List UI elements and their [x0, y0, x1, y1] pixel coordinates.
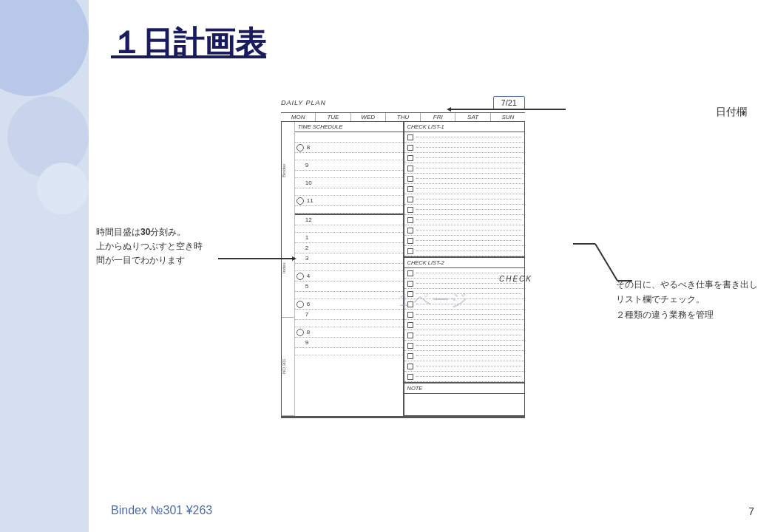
circle-medium: [7, 96, 89, 177]
check-box: [407, 217, 413, 223]
svg-line-5: [595, 244, 617, 281]
time-row: 11: [295, 196, 403, 206]
annotation-right-1: その日に、やるべき仕事を書き出し: [616, 279, 758, 290]
note-area: [404, 394, 525, 416]
check-row: [404, 372, 525, 382]
main-content: １日計画表 DAILY PLAN 7/21 MON TUE WED THU FR…: [89, 0, 769, 532]
check-row: [404, 341, 525, 351]
day-thu: THU: [386, 113, 421, 121]
bottom-info: Bindex №301 ¥263: [111, 504, 212, 517]
time-sub-row: [295, 320, 403, 327]
time-sub-row: [295, 188, 403, 196]
check-box: [407, 176, 413, 182]
check-row: [404, 236, 525, 246]
day-tue: TUE: [316, 113, 350, 121]
check-box: [407, 166, 413, 171]
left-annotation: 時間目盛は30分刻み。 上からぬりつぶすと空き時 間が一目でわかります: [96, 225, 203, 268]
note-header: NOTE: [404, 383, 525, 394]
time-sub-row: [295, 225, 403, 233]
circle-large: [0, 0, 89, 96]
time-schedule-header: TIME SCHEDULE: [295, 122, 403, 132]
time-row: 2: [295, 243, 403, 253]
check-box: [407, 248, 413, 254]
check-row: [404, 153, 525, 163]
left-annotation-arrow: [218, 251, 307, 266]
check-box: [407, 134, 413, 140]
index-label: Index: [282, 219, 294, 318]
check-row: [404, 361, 525, 372]
check-box: [407, 197, 413, 202]
side-labels: Bindex Index NO.301: [282, 122, 295, 416]
time-sub-row: [295, 206, 403, 214]
time-row: 10: [295, 178, 403, 188]
date-annotation: 日付欄: [716, 106, 747, 119]
page-watermark: １ページ: [396, 288, 468, 312]
time-circle: [297, 273, 304, 280]
page-number: 7: [748, 505, 754, 517]
check-annotation: CHECK: [499, 275, 532, 283]
annotation-text-1: 時間目盛は30分刻み。: [96, 227, 186, 237]
check-row: [404, 351, 525, 361]
check-box: [407, 343, 413, 349]
time-circle: [297, 329, 304, 336]
left-decoration: [0, 0, 89, 532]
time-sub-row: [295, 348, 403, 355]
annotation-right-2: リスト欄でチェック。: [616, 294, 705, 304]
check-box: [407, 281, 413, 287]
time-row: 7: [295, 310, 403, 320]
check-box: [407, 155, 413, 161]
svg-marker-3: [292, 256, 297, 261]
time-row: 8: [295, 327, 403, 338]
time-column: TIME SCHEDULE 8 9 10 11 12 1 2 3 4 5: [295, 122, 404, 416]
check-row: [404, 174, 525, 184]
schedule-grid: Bindex Index NO.301 TIME SCHEDULE 8 9 10…: [281, 122, 525, 417]
check-row: [404, 132, 525, 143]
check-box: [407, 238, 413, 244]
checklist1-header: CHECK LIST-1: [404, 122, 525, 132]
daily-plan-label: DAILY PLAN: [281, 99, 326, 106]
time-row: 9: [295, 160, 403, 171]
check-box: [407, 364, 413, 369]
circle-small: [37, 163, 89, 214]
day-mon: MON: [281, 113, 316, 121]
check-row: [404, 246, 525, 256]
bottom-line: [281, 417, 525, 418]
no301-label: NO.301: [282, 318, 294, 416]
time-row: 5: [295, 282, 403, 292]
check-box: [407, 270, 413, 276]
check-box: [407, 322, 413, 328]
annotation-bold: 30: [140, 227, 150, 237]
time-circle: [297, 197, 304, 205]
check-row: [404, 205, 525, 215]
check-row: [404, 194, 525, 205]
annotation-text-2: 上からぬりつぶすと空き時: [96, 241, 203, 251]
annotation-right-3: ２種類の違う業務を管理: [616, 310, 714, 320]
check-box: [407, 145, 413, 151]
check-box: [407, 312, 413, 318]
time-circle: [297, 144, 304, 151]
check-box: [407, 353, 413, 359]
time-row: 6: [295, 299, 403, 310]
time-row: 9: [295, 338, 403, 348]
check-box: [407, 207, 413, 213]
time-sub-row: [295, 153, 403, 160]
check-row: [404, 330, 525, 341]
check-box: [407, 374, 413, 380]
checklist2-header: CHECK LIST-2: [404, 258, 525, 268]
check-row: [404, 184, 525, 194]
bindex-label: Bindex: [282, 122, 294, 219]
right-annotation: その日に、やるべき仕事を書き出し リスト欄でチェック。 ２種類の違う業務を管理: [616, 277, 758, 322]
time-row: 3: [295, 253, 403, 264]
time-row: 8: [295, 143, 403, 153]
annotation-text-3: 間が一目でわかります: [96, 255, 185, 265]
date-arrow: [451, 98, 599, 120]
time-row: [295, 132, 403, 143]
page-title: １日計画表: [111, 22, 266, 64]
time-row: 4: [295, 271, 403, 282]
time-row: 1: [295, 233, 403, 243]
check-row: [404, 163, 525, 174]
time-sub-row: [295, 171, 403, 178]
check-box: [407, 186, 413, 192]
check-box: [407, 228, 413, 233]
checklist-column: CHECK LIST-1 CHECK LIST-2: [404, 122, 525, 416]
